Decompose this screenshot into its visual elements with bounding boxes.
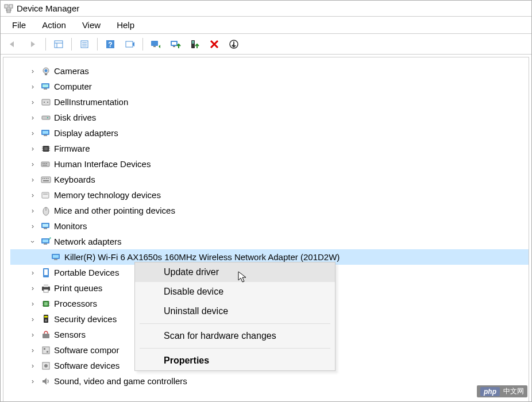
toolbar-help-button[interactable]: ? <box>101 36 119 52</box>
svg-rect-55 <box>44 178 45 179</box>
tree-node-mice[interactable]: › Mice and other pointing devices <box>10 203 529 218</box>
firmware-icon <box>40 144 52 154</box>
svg-point-34 <box>47 102 48 103</box>
printer-icon <box>40 283 52 293</box>
menu-view[interactable]: View <box>75 18 107 32</box>
memory-icon <box>40 190 52 200</box>
network-adapter-icon <box>40 237 52 247</box>
toolbar-enable-device-button[interactable] <box>186 36 204 52</box>
toolbar-forward-button[interactable] <box>24 36 42 52</box>
chevron-right-icon[interactable]: › <box>28 346 38 354</box>
software-device-icon <box>40 361 52 371</box>
menu-file[interactable]: File <box>5 18 33 32</box>
menu-action[interactable]: Action <box>35 18 73 32</box>
chevron-down-icon[interactable]: › <box>29 237 37 247</box>
svg-rect-65 <box>44 228 47 229</box>
tree-node-monitors[interactable]: › Monitors <box>10 218 529 234</box>
chevron-right-icon[interactable]: › <box>28 160 38 168</box>
chevron-right-icon[interactable]: › <box>28 176 38 184</box>
menu-help[interactable]: Help <box>110 18 141 32</box>
tree-node-keyboards[interactable]: › Keyboards <box>10 172 529 187</box>
tree-node-memtech[interactable]: › Memory technology devices <box>10 187 529 203</box>
context-scan-hardware[interactable]: Scan for hardware changes <box>135 326 335 346</box>
chevron-right-icon[interactable]: › <box>28 315 38 323</box>
toolbar: ? <box>1 34 531 55</box>
svg-rect-39 <box>44 135 47 136</box>
svg-point-87 <box>45 319 47 322</box>
toolbar-show-hide-button[interactable] <box>49 36 68 52</box>
display-adapter-icon <box>40 128 52 138</box>
toolbar-properties-button[interactable] <box>75 36 94 52</box>
context-properties[interactable]: Properties <box>135 351 335 370</box>
svg-rect-0 <box>5 5 8 8</box>
tree-label: Memory technology devices <box>54 190 164 200</box>
svg-rect-75 <box>44 284 48 287</box>
device-manager-app-icon <box>4 4 13 13</box>
security-icon <box>40 314 52 324</box>
tree-node-cameras[interactable]: › Cameras <box>10 63 529 79</box>
toolbar-scan-hardware-button[interactable] <box>147 36 165 52</box>
svg-text:?: ? <box>108 41 112 49</box>
tree-label: Disk drives <box>54 113 99 122</box>
chevron-right-icon[interactable]: › <box>28 269 38 277</box>
svg-rect-17 <box>153 46 156 47</box>
svg-rect-68 <box>44 243 47 245</box>
chevron-right-icon[interactable]: › <box>28 331 38 339</box>
svg-rect-41 <box>44 147 48 150</box>
toolbar-disable-button[interactable] <box>225 36 243 52</box>
svg-rect-71 <box>54 259 57 260</box>
tree-label: Display adapters <box>54 128 122 138</box>
svg-rect-67 <box>43 239 48 242</box>
toolbar-separator <box>142 38 143 51</box>
svg-rect-70 <box>53 255 59 258</box>
chevron-right-icon[interactable]: › <box>28 284 38 292</box>
chevron-right-icon[interactable]: › <box>28 114 38 122</box>
tree-node-diskdrives[interactable]: › Disk drives <box>10 110 529 125</box>
svg-point-27 <box>45 69 48 72</box>
chevron-right-icon[interactable]: › <box>28 129 38 137</box>
svg-rect-16 <box>151 41 158 46</box>
svg-rect-56 <box>46 178 47 179</box>
tree-node-sound[interactable]: › Sound, video and game controllers <box>10 373 529 389</box>
svg-rect-53 <box>41 177 51 183</box>
chevron-right-icon[interactable]: › <box>28 222 38 230</box>
tree-node-displayadapters[interactable]: › Display adapters <box>10 125 529 141</box>
portable-device-icon <box>40 268 52 278</box>
chevron-right-icon[interactable]: › <box>28 362 38 370</box>
software-component-icon <box>40 345 52 355</box>
chevron-right-icon[interactable]: › <box>28 377 38 385</box>
tree-label: Mice and other pointing devices <box>54 206 179 215</box>
tree-node-dellinstrumentation[interactable]: › DellInstrumentation <box>10 94 529 110</box>
chevron-right-icon[interactable]: › <box>28 300 38 308</box>
toolbar-separator <box>71 38 72 51</box>
toolbar-uninstall-button[interactable] <box>205 36 223 52</box>
tree-label: Sensors <box>54 330 89 339</box>
context-disable-device[interactable]: Disable device <box>135 282 335 302</box>
chevron-right-icon[interactable]: › <box>28 98 38 106</box>
toolbar-update-driver-button[interactable] <box>166 36 184 52</box>
svg-point-33 <box>44 102 45 103</box>
svg-rect-19 <box>172 42 176 45</box>
tree-label: Print queues <box>54 283 106 293</box>
tree-node-network-adapters[interactable]: › Network adapters <box>10 234 529 249</box>
chevron-right-icon[interactable]: › <box>28 67 38 75</box>
chevron-right-icon[interactable]: › <box>28 145 38 153</box>
svg-rect-38 <box>43 131 48 134</box>
context-update-driver[interactable]: Update driver <box>135 262 335 282</box>
chevron-right-icon[interactable]: › <box>28 83 38 91</box>
svg-point-36 <box>47 117 48 118</box>
tree-node-computer[interactable]: › Computer <box>10 79 529 94</box>
chevron-right-icon[interactable]: › <box>28 207 38 215</box>
svg-rect-28 <box>45 74 47 75</box>
tree-node-firmware[interactable]: › Firmware <box>10 141 529 156</box>
tree-node-hid[interactable]: › Human Interface Devices <box>10 156 529 172</box>
svg-rect-32 <box>42 99 50 105</box>
toolbar-back-button[interactable] <box>4 36 22 52</box>
chevron-right-icon[interactable]: › <box>28 191 38 199</box>
tree-label: Firmware <box>54 144 94 153</box>
computer-icon <box>40 82 52 92</box>
toolbar-show-hidden-button[interactable] <box>121 36 139 52</box>
tree-label: Cameras <box>54 66 92 76</box>
sensor-icon <box>40 330 52 340</box>
context-uninstall-device[interactable]: Uninstall device <box>135 302 335 321</box>
